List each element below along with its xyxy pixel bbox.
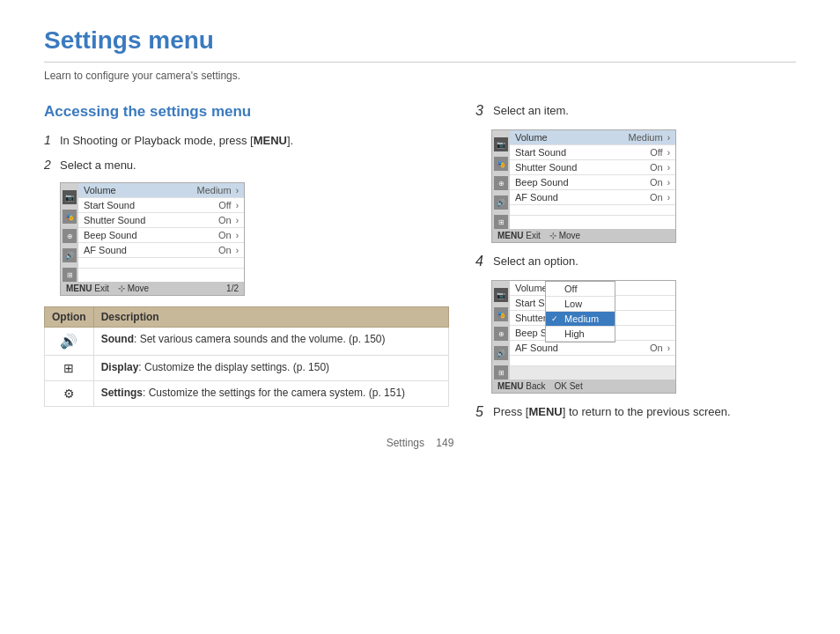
cam3-row-af-sound: AF Sound On › (510, 341, 675, 356)
step-1-text: In Shooting or Playback mode, press [MEN… (60, 133, 293, 149)
cam-sidebar3-icon-5: ⊞ (494, 365, 508, 380)
step-4-num: 4 (475, 254, 490, 269)
cam-footer-1: MENU Exit ⊹ Move 1/2 (61, 282, 244, 295)
option-table: Option Description 🔊 Sound: Set various … (44, 306, 449, 407)
section-heading: Accessing the settings menu (44, 103, 449, 121)
cam-row-beep-sound: Beep Sound On › (78, 228, 244, 243)
camera-menu-3: 📷 🎭 ⊕ 🔊 ⊞ Volume (491, 280, 676, 394)
page-subtitle: Learn to configure your camera's setting… (44, 70, 796, 82)
step-1: 1 In Shooting or Playback mode, press [M… (44, 133, 449, 149)
option-table-header: Option Description (45, 307, 449, 328)
cam3-arrow-af-sound: › (667, 343, 670, 353)
dropdown-overlay: Off Low ✓ Medium (545, 281, 615, 343)
cam2-row-empty (510, 205, 675, 216)
cam2-value-volume: Medium (629, 132, 663, 143)
cam-sidebar3-icon-4: 🔊 (494, 346, 508, 360)
cam-sidebar-2: 📷 🎭 ⊕ 🔊 ⊞ (492, 130, 510, 229)
dropdown-high: High (546, 327, 615, 342)
cam3-label-af-sound: AF Sound (515, 343, 645, 353)
cam-value-start-sound: Off (218, 200, 231, 210)
cam-row-af-sound: AF Sound On › (78, 243, 244, 258)
cam-sidebar2-icon-5: ⊞ (494, 215, 508, 229)
dropdown-label-off: Off (564, 284, 609, 294)
cam2-footer-exit: MENU Exit (497, 231, 541, 240)
col-option: Option (45, 307, 94, 328)
dropdown-label-low: Low (564, 299, 609, 309)
cam-sidebar-icon-5: ⊞ (63, 268, 77, 282)
cam-value-af-sound: On (218, 245, 232, 255)
cam-sidebar2-icon-1: 📷 (494, 137, 508, 151)
cam2-arrow-shutter-sound: › (667, 163, 670, 173)
cam3-footer-set: OK Set (554, 381, 582, 391)
cam-arrow-start-sound: › (236, 201, 239, 210)
cam-sidebar-icon-4: 🔊 (63, 248, 77, 262)
right-column: 3 Select an item. 📷 🎭 ⊕ 🔊 ⊞ (475, 103, 796, 431)
cam-arrow-af-sound: › (236, 246, 239, 255)
icon-display: ⊞ (45, 356, 94, 381)
page-title: Settings menu (44, 26, 796, 63)
cam2-value-shutter-sound: On (650, 162, 663, 173)
cam3-value-af-sound: On (650, 343, 663, 353)
cam-sidebar-icon-2: 🎭 (63, 210, 77, 224)
cam-sidebar2-icon-4: 🔊 (494, 195, 508, 210)
step-5-text: Press [MENU] to return to the previous s… (493, 404, 731, 420)
step-5: 5 Press [MENU] to return to the previous… (475, 404, 796, 420)
cam2-row-start-sound: Start Sound Off › (510, 145, 675, 160)
step-3-num: 3 (475, 103, 490, 119)
footer-section: Settings (387, 437, 424, 449)
cam2-row-af-sound: AF Sound On › (510, 190, 675, 205)
step-4-text: Select an option. (493, 254, 578, 269)
step-2-text: Select a menu. (60, 158, 136, 173)
cam-sidebar2-icon-2: 🎭 (494, 157, 508, 171)
table-row-display: ⊞ Display: Customize the display setting… (45, 356, 449, 381)
cam-arrow-shutter-sound: › (236, 216, 239, 225)
step-2: 2 Select a menu. (44, 158, 449, 173)
icon-sound: 🔊 (45, 328, 94, 356)
cam2-row-shutter-sound: Shutter Sound On › (510, 160, 675, 175)
cam-value-shutter-sound: On (218, 215, 232, 225)
cam-label-volume: Volume (84, 185, 193, 195)
cam-label-beep-sound: Beep Sound (84, 230, 214, 240)
cam-value-beep-sound: On (218, 230, 232, 240)
cam2-arrow-start-sound: › (667, 148, 670, 158)
icon-settings: ⚙ (45, 381, 94, 407)
dropdown-label-high: High (564, 328, 609, 339)
cam-label-start-sound: Start Sound (84, 200, 214, 210)
dropdown-off: Off (546, 282, 615, 297)
footer-page-num: 149 (436, 437, 453, 449)
dropdown-low: Low (546, 297, 615, 312)
desc-sound: Sound: Set various camera sounds and the… (93, 328, 448, 356)
camera-menu-1: 📷 🎭 ⊕ 🔊 ⊞ Volume Medium › (60, 182, 245, 296)
cam-menu-inner-2: Volume Medium › Start Sound Off › Shutte… (510, 130, 675, 229)
cam2-arrow-beep-sound: › (667, 178, 670, 188)
cam2-arrow-volume: › (667, 133, 670, 143)
cam-sidebar-1: 📷 🎭 ⊕ 🔊 ⊞ (61, 183, 78, 282)
cam-row-volume: Volume Medium › (78, 183, 244, 198)
cam2-label-beep-sound: Beep Sound (515, 177, 645, 188)
cam-sidebar3-icon-2: 🎭 (494, 307, 508, 321)
dropdown-medium: ✓ Medium (546, 312, 615, 327)
table-row-settings: ⚙ Settings: Customize the settings for t… (45, 381, 449, 407)
cam-arrow-beep-sound: › (236, 231, 239, 240)
dropdown-label-medium: Medium (564, 313, 609, 324)
table-row-sound: 🔊 Sound: Set various camera sounds and t… (45, 328, 449, 356)
check-medium: ✓ (551, 314, 560, 323)
step-3-text: Select an item. (493, 103, 569, 119)
cam-sidebar-icon-1: 📷 (63, 190, 77, 204)
cam2-value-af-sound: On (650, 192, 663, 203)
page-footer: Settings 149 (0, 437, 840, 449)
cam-footer-exit: MENU Exit (66, 284, 109, 293)
cam-row-start-sound: Start Sound Off › (78, 198, 244, 213)
cam2-arrow-af-sound: › (667, 193, 670, 203)
col-description: Description (93, 307, 448, 328)
cam-sidebar2-icon-3: ⊕ (494, 176, 508, 190)
cam-label-af-sound: AF Sound (84, 245, 214, 255)
cam-value-volume: Medium (197, 185, 232, 195)
cam-menu-inner-1: Volume Medium › Start Sound Off › Shutte… (78, 183, 244, 282)
cam-arrow-volume: › (236, 186, 239, 195)
step-2-num: 2 (44, 158, 56, 172)
step-3: 3 Select an item. (475, 103, 796, 119)
cam-label-shutter-sound: Shutter Sound (84, 215, 214, 225)
cam3-row-empty (510, 356, 675, 366)
cam2-value-start-sound: Off (650, 147, 662, 158)
